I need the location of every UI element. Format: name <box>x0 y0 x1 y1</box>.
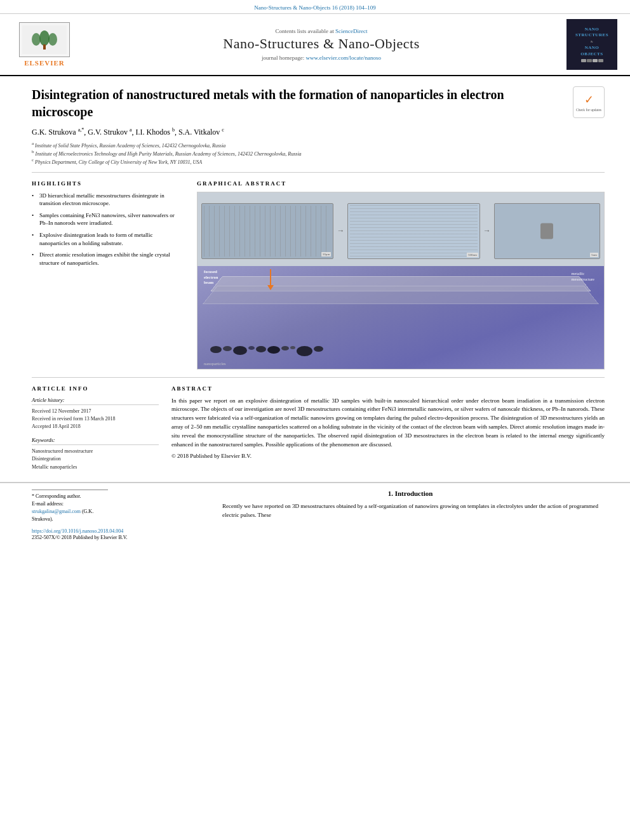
affiliation-b: b Institute of Microelectronics Technolo… <box>32 149 605 157</box>
authors: G.K. Strukova a,*, G.V. Strukov a, I.I. … <box>32 127 605 137</box>
footnote-section: * Corresponding author. E-mail address: … <box>0 483 630 548</box>
issn-text: 2352-507X/© 2018 Published by Elsevier B… <box>32 534 197 542</box>
highlight-item-4: Direct atomic resolution images exhibit … <box>32 251 184 267</box>
journal-bar: Nano-Structures & Nano-Objects 16 (2018)… <box>0 0 630 14</box>
keyword-2: Disintegration <box>32 455 159 463</box>
svg-point-2 <box>32 33 41 46</box>
svg-point-1 <box>39 30 50 46</box>
journal-title: Nano-Structures & Nano-Objects <box>89 36 554 52</box>
abstract-text: In this paper we report on an explosive … <box>171 397 605 450</box>
nanoparticles-label: nanoparticles <box>204 361 226 366</box>
accepted-date: Accepted 18 April 2018 <box>32 423 159 430</box>
graphical-abstract-image: 10μm → 500nm → 5nm <box>197 192 605 370</box>
email-line: E-mail address: strukgalina@gmail.com (G… <box>32 500 108 523</box>
keyword-1: Nanostructured mesostructure <box>32 448 159 456</box>
introduction-column: 1. Introduction Recently we have reporte… <box>222 490 598 542</box>
abstract-heading: ABSTRACT <box>171 385 605 392</box>
introduction-heading: 1. Introduction <box>222 490 598 497</box>
history-heading: Article history: <box>32 397 159 405</box>
affiliations: a Institute of Solid State Physics, Russ… <box>32 141 605 166</box>
affiliation-a: a Institute of Solid State Physics, Russ… <box>32 141 605 149</box>
highlight-item-2: Samples containing FeNi3 nanowires, silv… <box>32 211 184 227</box>
introduction-text: Recently we have reported on 3D mesostru… <box>222 502 598 520</box>
corresponding-note: * Corresponding author. E-mail address: … <box>32 490 108 523</box>
header-center: Contents lists available at ScienceDirec… <box>76 28 566 61</box>
check-updates-label: Check for updates <box>576 108 601 112</box>
elsevier-logo-section: ELSEVIER <box>13 22 76 67</box>
revised-date: Received in revised form 13 March 2018 <box>32 415 159 423</box>
email-link[interactable]: strukgalina@gmail.com <box>32 509 81 514</box>
doi-section: https://doi.org/10.1016/j.nanoso.2018.04… <box>32 527 197 542</box>
svg-rect-4 <box>43 44 46 50</box>
elsevier-wordmark: ELSEVIER <box>24 59 65 67</box>
highlights-abstract-section: HIGHLIGHTS 3D hierarchical metallic meso… <box>32 172 605 370</box>
highlight-item-3: Explosive disintegration leads to form o… <box>32 231 184 247</box>
keywords-heading: Keywords: <box>32 437 159 445</box>
graphical-abstract-heading: GRAPHICAL ABSTRACT <box>197 180 605 187</box>
info-abstract-section: ARTICLE INFO Article history: Received 1… <box>32 377 605 472</box>
article-title: Disintegration of nanostructured metals … <box>32 86 563 121</box>
mesostructure-label: metallicmesostructure <box>572 271 594 282</box>
journal-bar-link[interactable]: Nano-Structures & Nano-Objects 16 (2018)… <box>254 4 376 11</box>
received-date: Received 12 November 2017 <box>32 408 159 415</box>
homepage-link[interactable]: www.elsevier.com/locate/nanoso <box>306 55 381 61</box>
header-homepage: journal homepage: www.elsevier.com/locat… <box>89 55 554 61</box>
article-content: Disintegration of nanostructured metals … <box>0 76 630 483</box>
article-info-heading: ARTICLE INFO <box>32 385 159 392</box>
graphical-abstract-column: GRAPHICAL ABSTRACT 10μm → 500nm → <box>197 180 605 370</box>
abstract-copyright: © 2018 Published by Elsevier B.V. <box>171 452 605 461</box>
header-contents: Contents lists available at ScienceDirec… <box>89 28 554 34</box>
article-history: Article history: Received 12 November 20… <box>32 397 159 430</box>
highlights-list: 3D hierarchical metallic mesostructures … <box>32 192 184 267</box>
footnote-left: * Corresponding author. E-mail address: … <box>32 490 197 542</box>
affiliation-c: c Physics Department, City College of Ci… <box>32 157 605 166</box>
highlights-heading: HIGHLIGHTS <box>32 180 184 187</box>
highlight-item-1: 3D hierarchical metallic mesostructures … <box>32 192 184 208</box>
header: ELSEVIER Contents lists available at Sci… <box>0 14 630 76</box>
keywords-section: Keywords: Nanostructured mesostructure D… <box>32 437 159 472</box>
journal-cover-image: NANOSTRUCTURES&NANOOBJECTS <box>566 19 617 70</box>
svg-point-3 <box>48 33 57 46</box>
keyword-3: Metallic nanoparticles <box>32 463 159 472</box>
beam-label: focusedelectronbeam <box>204 269 218 285</box>
check-icon: ✓ <box>584 93 594 107</box>
abstract-column: ABSTRACT In this paper we report on an e… <box>171 385 605 472</box>
article-info-column: ARTICLE INFO Article history: Received 1… <box>32 385 159 472</box>
corresponding-label: * Corresponding author. <box>32 493 108 500</box>
check-updates-badge: ✓ Check for updates <box>573 86 605 118</box>
doi-link[interactable]: https://doi.org/10.1016/j.nanoso.2018.04… <box>32 528 123 534</box>
title-section: Disintegration of nanostructured metals … <box>32 86 605 121</box>
elsevier-logo-image <box>19 22 70 57</box>
highlights-column: HIGHLIGHTS 3D hierarchical metallic meso… <box>32 180 184 370</box>
sciencedirect-link[interactable]: ScienceDirect <box>335 28 367 34</box>
